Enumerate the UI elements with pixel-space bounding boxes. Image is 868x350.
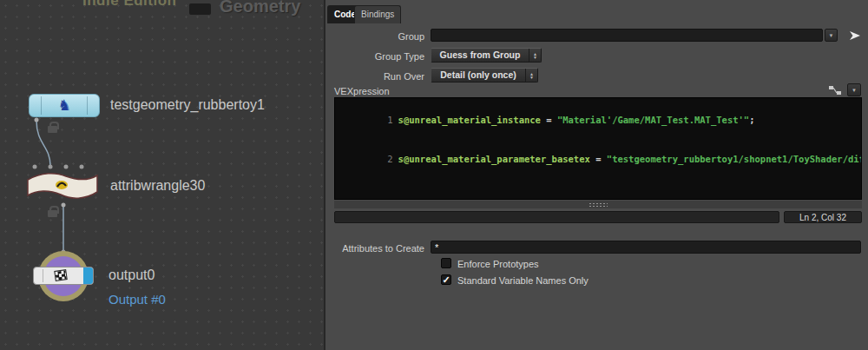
node-testgeometry[interactable]: ♞ (29, 94, 100, 117)
parameter-editor: Code Bindings Group ▼ Group Type Guess f… (326, 0, 868, 350)
enforce-prototypes-label[interactable]: Enforce Prototypes (457, 259, 539, 269)
standard-variable-names-checkbox[interactable]: ✓ (441, 274, 451, 285)
group-label: Group (326, 31, 424, 42)
node-graph-icon (829, 85, 842, 96)
editor-hscrollbar[interactable] (334, 211, 779, 223)
spinner-icon: ▲▼ (525, 69, 537, 82)
dropdown-arrow-icon: ▼ (829, 33, 834, 38)
vex-expression-button[interactable] (827, 83, 843, 96)
group-input[interactable] (431, 29, 823, 42)
code-line: 2s@unreal_material_parameter_basetex = "… (335, 140, 861, 179)
node-label-attribwrangle: attribwrangle30 (110, 178, 205, 194)
rubbertoy-icon: ♞ (57, 96, 70, 116)
lock-icon[interactable] (48, 122, 57, 133)
editor-resize-grip[interactable] (334, 201, 862, 208)
display-flag[interactable] (83, 267, 93, 284)
vexpression-label: VEXpression (334, 86, 390, 96)
run-over-menu[interactable]: Detail (only once) ▲▼ (431, 68, 538, 83)
tab-bindings[interactable]: Bindings (354, 5, 401, 23)
lock-icon[interactable] (48, 206, 57, 217)
select-arrow-icon (849, 30, 861, 41)
line-number: 2 (379, 153, 393, 166)
attributes-to-create-label: Attributes to Create (326, 243, 424, 254)
attributes-to-create-input[interactable] (431, 241, 861, 254)
group-type-label: Group Type (326, 51, 424, 62)
dropdown-arrow-icon: ▼ (852, 88, 857, 93)
houdini-window: Indie Edition Geometry ♞ testgeometry_ru… (0, 0, 868, 350)
cursor-position-indicator: Ln 2, Col 32 (784, 211, 862, 223)
enforce-prototypes-checkbox[interactable] (441, 258, 451, 268)
output-index-label: Output #0 (108, 292, 166, 307)
code-line: 1s@unreal_material_instance = "Material'… (335, 101, 861, 140)
group-menu-button[interactable]: ▼ (825, 29, 838, 42)
grip-dots-icon (589, 202, 608, 208)
network-editor[interactable]: Indie Edition Geometry ♞ testgeometry_ru… (0, 0, 324, 350)
vex-menu-button[interactable]: ▼ (847, 83, 861, 96)
node-label-output: output0 (108, 267, 155, 283)
checkmark-icon: ✓ (442, 274, 450, 285)
run-over-label: Run Over (326, 71, 424, 82)
node-flag-divider (43, 269, 43, 282)
checker-flag-icon (54, 269, 68, 281)
vex-code-editor[interactable]: 1s@unreal_material_instance = "Material'… (334, 97, 862, 200)
standard-variable-names-label[interactable]: Standard Variable Names Only (457, 275, 589, 286)
group-type-value: Guess from Group (431, 49, 529, 62)
node-label-testgeometry: testgeometry_rubbertoy1 (110, 97, 265, 113)
line-number: 1 (379, 114, 393, 127)
spinner-icon: ▲▼ (529, 49, 541, 62)
group-select-arrow-button[interactable] (847, 29, 863, 42)
group-type-menu[interactable]: Guess from Group ▲▼ (431, 48, 542, 63)
node-flag-divider (87, 96, 88, 115)
node-flag-divider (41, 96, 42, 115)
run-over-value: Detail (only once) (431, 69, 525, 82)
node-output[interactable] (33, 267, 94, 285)
wrangle-icon (55, 179, 69, 191)
